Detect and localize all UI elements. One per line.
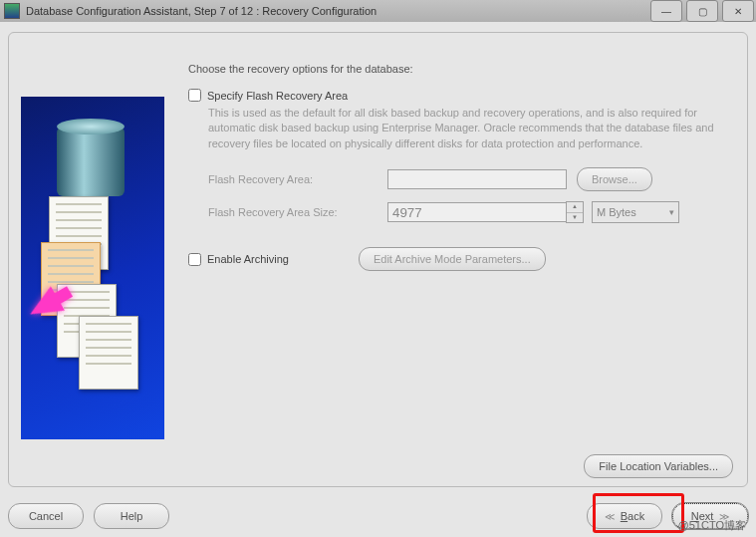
minimize-button[interactable]: — — [650, 0, 682, 22]
specify-flash-recovery-description: This is used as the default for all disk… — [208, 106, 735, 151]
window-title: Database Configuration Assistant, Step 7… — [26, 5, 377, 17]
app-icon — [4, 3, 20, 19]
browse-button[interactable]: Browse... — [577, 167, 652, 191]
enable-archiving-row: Enable Archiving Edit Archive Mode Param… — [188, 247, 735, 271]
enable-archiving-label: Enable Archiving — [207, 253, 289, 265]
file-location-variables-button[interactable]: File Location Variables... — [584, 454, 733, 478]
size-unit-select[interactable]: M Bytes — [592, 201, 679, 223]
flash-recovery-size-label: Flash Recovery Area Size: — [208, 206, 387, 218]
back-button-label: Back — [621, 510, 644, 522]
window-controls: — ▢ ✕ — [646, 0, 754, 22]
maximize-button[interactable]: ▢ — [686, 0, 718, 22]
specify-flash-recovery-checkbox[interactable] — [188, 89, 201, 102]
flash-recovery-area-row: Flash Recovery Area: Browse... — [208, 167, 735, 191]
flash-recovery-size-input[interactable] — [387, 202, 567, 222]
edit-archive-params-button[interactable]: Edit Archive Mode Parameters... — [359, 247, 546, 271]
help-button-label: Help — [121, 510, 143, 522]
flash-recovery-area-label: Flash Recovery Area: — [208, 173, 387, 185]
flash-recovery-area-input[interactable] — [387, 169, 567, 189]
panel-footer: File Location Variables... — [584, 454, 733, 478]
page-icon — [79, 316, 138, 390]
database-cylinder-icon — [57, 127, 125, 196]
wizard-footer: Cancel Help Back Next — [8, 503, 748, 529]
main-panel: Choose the recovery options for the data… — [8, 32, 748, 487]
page-heading: Choose the recovery options for the data… — [188, 63, 735, 75]
cancel-button[interactable]: Cancel — [8, 503, 84, 529]
back-button[interactable]: Back — [587, 503, 662, 529]
content-area: Choose the recovery options for the data… — [188, 63, 735, 474]
size-spinner[interactable]: ▲▼ — [566, 201, 584, 223]
title-bar: Database Configuration Assistant, Step 7… — [0, 0, 756, 23]
enable-archiving-checkbox[interactable] — [188, 253, 201, 266]
wizard-image — [21, 97, 164, 439]
client-area: Choose the recovery options for the data… — [0, 22, 756, 537]
close-button[interactable]: ✕ — [722, 0, 754, 22]
watermark: @51CTO博客 — [678, 518, 746, 533]
flash-recovery-size-row: Flash Recovery Area Size: ▲▼ M Bytes — [208, 201, 735, 223]
specify-flash-recovery-row: Specify Flash Recovery Area — [188, 89, 735, 102]
specify-flash-recovery-label: Specify Flash Recovery Area — [207, 90, 348, 102]
cancel-button-label: Cancel — [29, 510, 63, 522]
help-button[interactable]: Help — [94, 503, 169, 529]
size-unit-value: M Bytes — [597, 206, 636, 218]
